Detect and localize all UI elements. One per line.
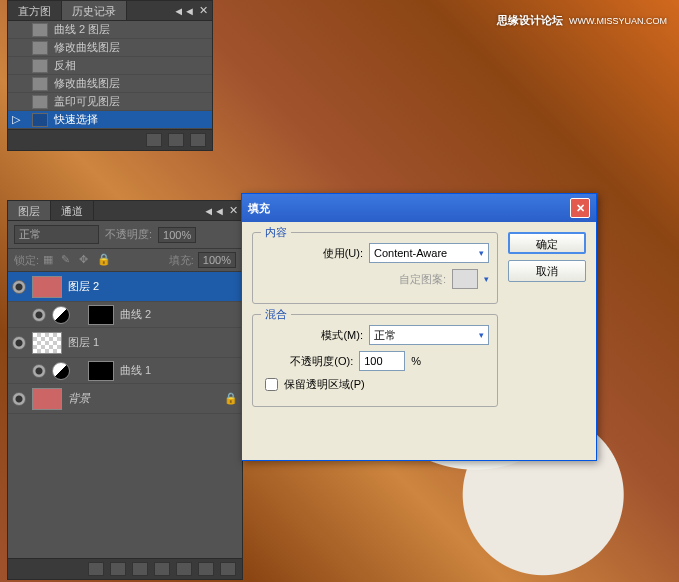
lock-icon: 🔒: [224, 392, 238, 405]
history-list: 曲线 2 图层 修改曲线图层 反相 修改曲线图层 盖印可见图层 ▷快速选择: [8, 21, 212, 129]
opacity-input[interactable]: 100%: [158, 227, 196, 243]
history-step-icon: [32, 41, 48, 55]
tab-histogram[interactable]: 直方图: [8, 1, 62, 20]
trash-icon[interactable]: [190, 133, 206, 147]
history-item-selected[interactable]: ▷快速选择: [8, 111, 212, 129]
adjustment-new-icon[interactable]: [154, 562, 170, 576]
panel-close-icon[interactable]: ✕: [229, 204, 238, 217]
history-step-icon: [32, 23, 48, 37]
history-footer: [8, 129, 212, 150]
mode-select[interactable]: 正常▾: [369, 325, 489, 345]
blend-fieldset: 混合 模式(M): 正常▾ 不透明度(O): % 保留透明区域(P): [252, 314, 498, 407]
opacity-unit: %: [411, 355, 421, 367]
dialog-titlebar[interactable]: 填充 ✕: [242, 194, 596, 222]
visibility-icon[interactable]: [12, 280, 26, 294]
use-label: 使用(U):: [293, 246, 363, 261]
tab-history[interactable]: 历史记录: [62, 1, 127, 20]
layer-list: 图层 2 曲线 2 图层 1 曲线 1 背景 🔒: [8, 272, 242, 414]
opacity-input[interactable]: [359, 351, 405, 371]
visibility-icon[interactable]: [12, 392, 26, 406]
new-state-icon[interactable]: [168, 133, 184, 147]
group-icon[interactable]: [176, 562, 192, 576]
snapshot-icon[interactable]: [146, 133, 162, 147]
use-select[interactable]: Content-Aware▾: [369, 243, 489, 263]
visibility-icon[interactable]: [32, 308, 46, 322]
layer-item[interactable]: 曲线 1: [8, 358, 242, 384]
new-layer-icon[interactable]: [198, 562, 214, 576]
visibility-icon[interactable]: [12, 336, 26, 350]
trash-icon[interactable]: [220, 562, 236, 576]
chevron-down-icon: ▾: [479, 248, 484, 258]
lock-label: 锁定:: [14, 253, 39, 268]
opacity-label: 不透明度:: [105, 227, 152, 242]
quick-select-icon: [32, 113, 48, 127]
history-panel: 直方图 历史记录 ◄◄ ✕ 曲线 2 图层 修改曲线图层 反相 修改曲线图层 盖…: [7, 0, 213, 151]
mode-label: 模式(M):: [293, 328, 363, 343]
adjustment-icon[interactable]: [52, 362, 70, 380]
history-step-icon: [32, 77, 48, 91]
dialog-title: 填充: [248, 201, 270, 216]
layer-name[interactable]: 图层 1: [68, 335, 99, 350]
visibility-icon[interactable]: [32, 364, 46, 378]
adjustment-icon[interactable]: [52, 306, 70, 324]
panel-collapse-icon[interactable]: ◄◄: [203, 205, 225, 217]
layers-footer: [8, 558, 242, 579]
fill-label: 填充:: [169, 253, 194, 268]
history-step-icon: [32, 95, 48, 109]
fx-icon[interactable]: [110, 562, 126, 576]
layer-name[interactable]: 曲线 1: [120, 363, 151, 378]
opacity-label: 不透明度(O):: [283, 354, 353, 369]
layers-tabs: 图层 通道 ◄◄ ✕: [8, 201, 242, 221]
layer-item[interactable]: 曲线 2: [8, 302, 242, 328]
chevron-down-icon: ▾: [479, 330, 484, 340]
layer-name[interactable]: 曲线 2: [120, 307, 151, 322]
watermark: 思缘设计论坛WWW.MISSYUAN.COM: [497, 12, 667, 28]
panel-close-icon[interactable]: ✕: [199, 4, 208, 17]
pattern-label: 自定图案:: [376, 272, 446, 287]
history-item[interactable]: 曲线 2 图层: [8, 21, 212, 39]
tab-layers[interactable]: 图层: [8, 201, 51, 220]
close-icon[interactable]: ✕: [570, 198, 590, 218]
lock-transparent-icon[interactable]: ▦: [43, 253, 57, 267]
history-item[interactable]: 反相: [8, 57, 212, 75]
history-item[interactable]: 修改曲线图层: [8, 39, 212, 57]
chevron-down-icon: ▾: [484, 274, 489, 284]
tab-channels[interactable]: 通道: [51, 201, 94, 220]
content-fieldset: 内容 使用(U): Content-Aware▾ 自定图案: ▾: [252, 232, 498, 304]
blend-legend: 混合: [261, 307, 291, 322]
history-item[interactable]: 盖印可见图层: [8, 93, 212, 111]
layer-options-row: 正常 不透明度: 100%: [8, 221, 242, 249]
fill-dialog: 填充 ✕ 内容 使用(U): Content-Aware▾ 自定图案: ▾ 混合…: [241, 193, 597, 461]
content-legend: 内容: [261, 225, 291, 240]
panel-collapse-icon[interactable]: ◄◄: [173, 5, 195, 17]
layer-mask[interactable]: [88, 305, 114, 325]
layers-panel: 图层 通道 ◄◄ ✕ 正常 不透明度: 100% 锁定: ▦ ✎ ✥ 🔒 填充:…: [7, 200, 243, 580]
history-item[interactable]: 修改曲线图层: [8, 75, 212, 93]
ok-button[interactable]: 确定: [508, 232, 586, 254]
cancel-button[interactable]: 取消: [508, 260, 586, 282]
layer-name[interactable]: 背景: [68, 391, 90, 406]
link-icon[interactable]: [88, 562, 104, 576]
fill-input[interactable]: 100%: [198, 252, 236, 268]
history-step-icon: [32, 59, 48, 73]
layer-thumbnail[interactable]: [32, 388, 62, 410]
history-tabs: 直方图 历史记录 ◄◄ ✕: [8, 1, 212, 21]
layer-mask[interactable]: [88, 361, 114, 381]
preserve-transparency-checkbox[interactable]: [265, 378, 278, 391]
layer-thumbnail[interactable]: [32, 276, 62, 298]
blend-mode-select[interactable]: 正常: [14, 225, 99, 244]
layer-item[interactable]: 图层 1: [8, 328, 242, 358]
layer-item[interactable]: 背景 🔒: [8, 384, 242, 414]
preserve-label: 保留透明区域(P): [284, 377, 365, 392]
lock-position-icon[interactable]: ✥: [79, 253, 93, 267]
layer-name[interactable]: 图层 2: [68, 279, 99, 294]
lock-row: 锁定: ▦ ✎ ✥ 🔒 填充: 100%: [8, 249, 242, 272]
layer-thumbnail[interactable]: [32, 332, 62, 354]
mask-icon[interactable]: [132, 562, 148, 576]
lock-paint-icon[interactable]: ✎: [61, 253, 75, 267]
layer-item-selected[interactable]: 图层 2: [8, 272, 242, 302]
pattern-picker: [452, 269, 478, 289]
lock-all-icon[interactable]: 🔒: [97, 253, 111, 267]
